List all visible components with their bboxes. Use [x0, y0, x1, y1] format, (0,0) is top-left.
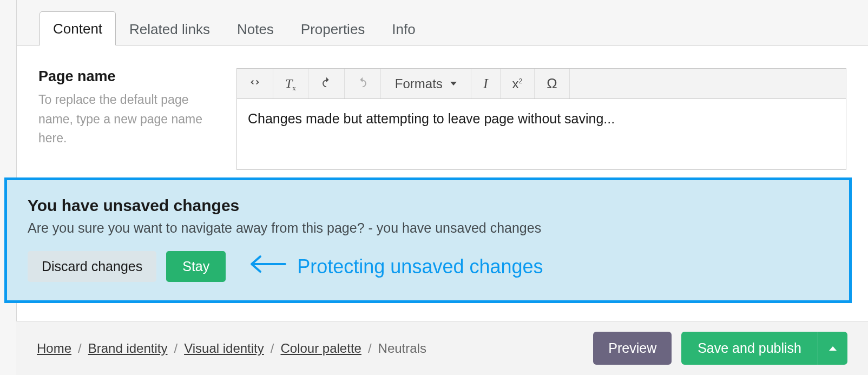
- save-publish-button[interactable]: Save and publish: [681, 332, 818, 365]
- footer-bar: Home / Brand identity / Visual identity …: [16, 321, 868, 375]
- breadcrumb-colour-palette[interactable]: Colour palette: [280, 341, 361, 356]
- alert-message: Are you sure you want to navigate away f…: [28, 220, 828, 236]
- unsaved-changes-alert: You have unsaved changes Are you sure yo…: [4, 177, 852, 303]
- breadcrumb-brand-identity[interactable]: Brand identity: [88, 341, 168, 356]
- alert-actions: Discard changes Stay Protecting unsaved …: [28, 251, 828, 282]
- editor-toolbar: Tx Formats: [237, 69, 846, 99]
- tab-related-links[interactable]: Related links: [116, 12, 223, 45]
- arrow-left-icon: [248, 253, 287, 280]
- italic-icon: I: [483, 76, 488, 92]
- source-code-button[interactable]: [237, 69, 273, 98]
- undo-button[interactable]: [308, 69, 345, 98]
- superscript-icon: x2: [512, 76, 523, 91]
- special-char-button[interactable]: Ω: [535, 69, 569, 98]
- chevron-down-icon: [450, 82, 457, 85]
- formats-dropdown[interactable]: Formats: [381, 69, 471, 98]
- chevron-up-icon: [829, 346, 837, 351]
- annotation-text: Protecting unsaved changes: [297, 255, 543, 278]
- code-icon: [249, 76, 261, 91]
- rich-text-editor: Tx Formats: [236, 68, 846, 170]
- redo-icon: [357, 76, 369, 91]
- alert-title: You have unsaved changes: [28, 196, 828, 215]
- clear-formatting-button[interactable]: Tx: [273, 69, 308, 98]
- content-area: Page name To replace the default page na…: [17, 45, 868, 170]
- undo-icon: [320, 76, 332, 91]
- field-meta: Page name To replace the default page na…: [38, 68, 217, 170]
- field-help: To replace the default page name, type a…: [38, 90, 217, 148]
- tab-notes[interactable]: Notes: [223, 12, 287, 45]
- footer-actions: Preview Save and publish: [593, 332, 847, 365]
- omega-icon: Ω: [547, 75, 557, 92]
- editor-column: Tx Formats: [236, 68, 846, 170]
- italic-button[interactable]: I: [471, 69, 501, 98]
- tab-content[interactable]: Content: [40, 11, 116, 45]
- tab-info[interactable]: Info: [378, 12, 429, 45]
- breadcrumb-current: Neutrals: [378, 341, 426, 356]
- breadcrumb: Home / Brand identity / Visual identity …: [37, 341, 426, 356]
- tab-bar: Content Related links Notes Properties I…: [17, 0, 868, 45]
- save-publish-dropdown[interactable]: [818, 332, 847, 365]
- save-publish-group: Save and publish: [681, 332, 847, 365]
- clear-format-icon: Tx: [285, 76, 296, 91]
- formats-label: Formats: [395, 76, 443, 91]
- breadcrumb-separator: /: [368, 341, 372, 356]
- editor-body[interactable]: Changes made but attempting to leave pag…: [237, 99, 846, 169]
- redo-button[interactable]: [345, 69, 381, 98]
- breadcrumb-separator: /: [78, 341, 82, 356]
- breadcrumb-home[interactable]: Home: [37, 341, 71, 356]
- superscript-button[interactable]: x2: [501, 69, 535, 98]
- breadcrumb-separator: /: [174, 341, 177, 356]
- page-root: Content Related links Notes Properties I…: [0, 0, 868, 375]
- breadcrumb-visual-identity[interactable]: Visual identity: [184, 341, 264, 356]
- stay-button[interactable]: Stay: [166, 251, 226, 282]
- annotation: Protecting unsaved changes: [248, 253, 543, 280]
- field-label: Page name: [38, 68, 217, 85]
- preview-button[interactable]: Preview: [593, 332, 672, 365]
- breadcrumb-separator: /: [271, 341, 274, 356]
- tab-properties[interactable]: Properties: [287, 12, 379, 45]
- discard-changes-button[interactable]: Discard changes: [28, 251, 156, 282]
